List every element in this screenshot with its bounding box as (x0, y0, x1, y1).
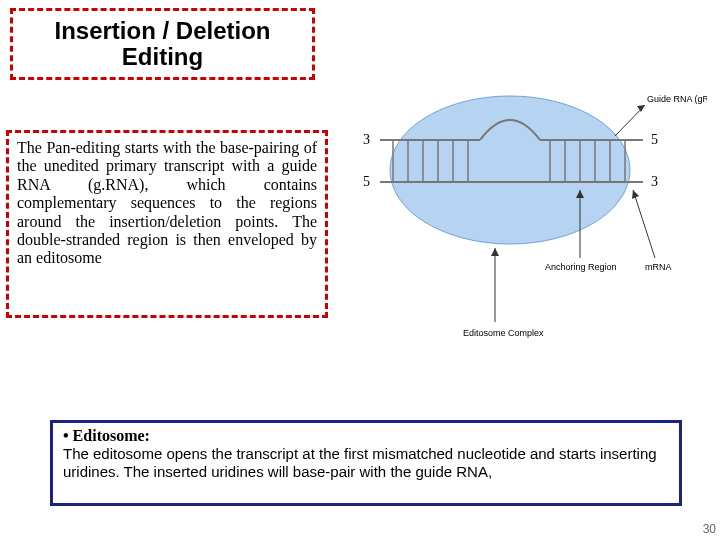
label-top-left: 3 (363, 132, 370, 147)
title-box: Insertion / Deletion Editing (10, 8, 315, 80)
description-box: The Pan-editing starts with the base-pai… (6, 130, 328, 318)
bullet-icon: • (63, 427, 69, 444)
label-top-right: 5 (651, 132, 658, 147)
page-title: Insertion / Deletion Editing (21, 18, 304, 71)
label-bottom-left: 5 (363, 174, 370, 189)
svg-marker-23 (491, 248, 499, 256)
label-editosome-complex: Editosome Complex (463, 328, 544, 338)
svg-line-20 (633, 190, 655, 258)
label-anchoring-region: Anchoring Region (545, 262, 617, 272)
label-mrna: mRNA (645, 262, 672, 272)
description-text: The Pan-editing starts with the base-pai… (17, 139, 317, 266)
label-guide-rna: Guide RNA (gRNA) (647, 94, 707, 104)
svg-point-0 (390, 96, 630, 244)
editosome-body: The editosome opens the transcript at th… (63, 445, 669, 480)
editosome-note-box: • Editosome: The editosome opens the tra… (50, 420, 682, 506)
page-number: 30 (703, 522, 716, 536)
svg-marker-17 (637, 105, 645, 112)
editosome-diagram: 3 5 5 3 Guide RNA (gRNA) Anchoring Regio… (345, 90, 707, 360)
label-bottom-right: 3 (651, 174, 658, 189)
editosome-heading: Editosome: (73, 427, 150, 444)
